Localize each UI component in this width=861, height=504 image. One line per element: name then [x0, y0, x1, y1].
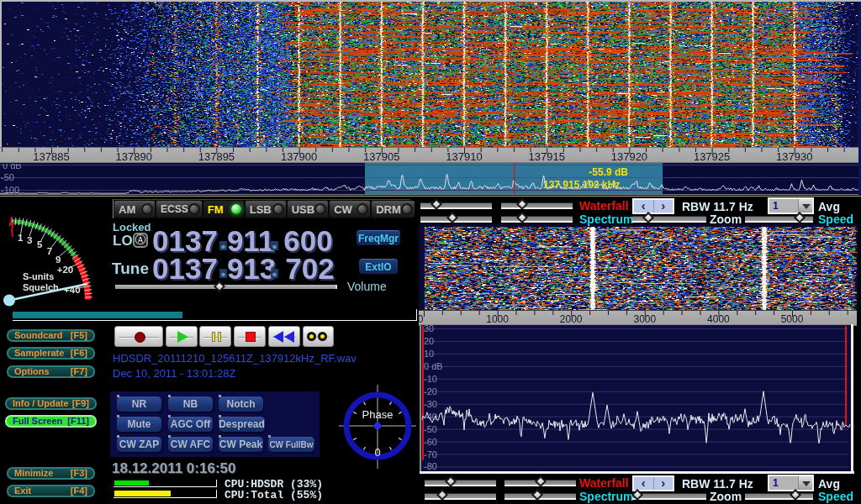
svg-text:9: 9	[55, 255, 61, 265]
svg-text:5: 5	[37, 239, 43, 249]
svg-text:0: 0	[374, 446, 380, 459]
svg-text:+20: +20	[57, 265, 74, 275]
svg-text:Phase: Phase	[362, 408, 394, 421]
svg-text:1: 1	[18, 233, 24, 243]
svg-text:7: 7	[47, 246, 52, 256]
svg-text:3: 3	[27, 235, 32, 245]
